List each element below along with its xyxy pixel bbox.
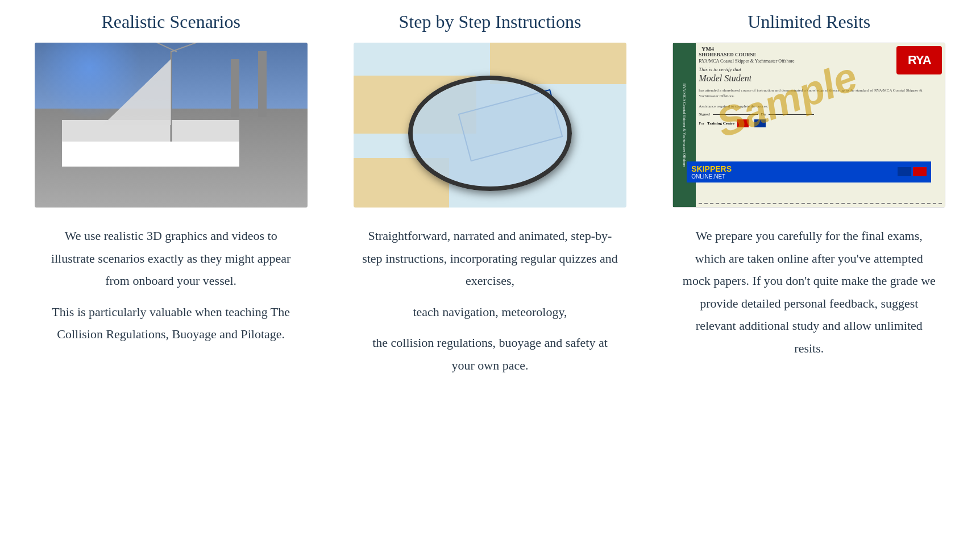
chart-scene-image xyxy=(354,43,626,208)
ground-bg xyxy=(35,109,308,208)
column-realistic-scenarios: Realistic Scenarios We use realistic 3D … xyxy=(11,0,330,391)
page-container: Realistic Scenarios We use realistic 3D … xyxy=(0,0,980,391)
cert-dotted-border xyxy=(699,203,942,204)
paragraph-2: This is particularly valuable when teach… xyxy=(43,301,299,346)
online-label: ONLINE.NET xyxy=(691,173,732,180)
boat-sail xyxy=(103,59,171,125)
certificate-image: RYA/MCA Coastal Skipper & Yachtmaster Of… xyxy=(672,43,945,208)
paragraph-step-2: teach navigation, meteorology, xyxy=(362,301,618,323)
text-step-by-step: Straightforward, narrated and animated, … xyxy=(362,225,618,385)
boat-rope1 xyxy=(97,43,177,52)
title-step-by-step: Step by Step Instructions xyxy=(399,11,582,32)
paragraph-step-3: the collision regulations, buoyage and s… xyxy=(362,331,618,376)
skippers-label: SKIPPERS xyxy=(691,164,732,173)
flag-red2 xyxy=(913,167,927,176)
image-step-by-step xyxy=(354,43,626,208)
boat-mast xyxy=(170,51,172,142)
dock-post2 xyxy=(231,59,239,117)
text-realistic-scenarios: We use realistic 3D graphics and videos … xyxy=(43,225,299,354)
magnifier xyxy=(408,76,572,191)
text-unlimited-resits: We prepare you carefully for the final e… xyxy=(681,225,937,368)
boat-hull xyxy=(62,120,239,166)
paragraph-1: We use realistic 3D graphics and videos … xyxy=(43,225,299,292)
title-unlimited-resits: Unlimited Resits xyxy=(748,11,870,32)
column-step-by-step: Step by Step Instructions Straightforwar… xyxy=(330,0,649,391)
boat-side-wall xyxy=(62,142,239,167)
image-unlimited-resits: RYA/MCA Coastal Skipper & Yachtmaster Of… xyxy=(672,43,945,208)
skippers-banner: SKIPPERS ONLINE.NET xyxy=(687,161,931,182)
sky-bg xyxy=(35,43,308,109)
dock-post1 xyxy=(258,51,267,117)
image-realistic-scenarios xyxy=(35,43,308,208)
title-realistic-scenarios: Realistic Scenarios xyxy=(101,11,240,32)
column-unlimited-resits: Unlimited Resits RYA/MCA Coastal Skipper… xyxy=(650,0,969,391)
flag-blue xyxy=(898,167,911,176)
skippers-text-wrapper: SKIPPERS ONLINE.NET xyxy=(691,164,732,180)
cert-shorebased: SHOREBASED COURSE xyxy=(699,52,939,57)
cert-flags-right xyxy=(898,167,927,176)
boat-scene-image xyxy=(35,43,308,208)
paragraph-step-1: Straightforward, narrated and animated, … xyxy=(362,225,618,292)
boat-rope2 xyxy=(171,43,248,52)
paragraph-resits: We prepare you carefully for the final e… xyxy=(681,225,937,360)
